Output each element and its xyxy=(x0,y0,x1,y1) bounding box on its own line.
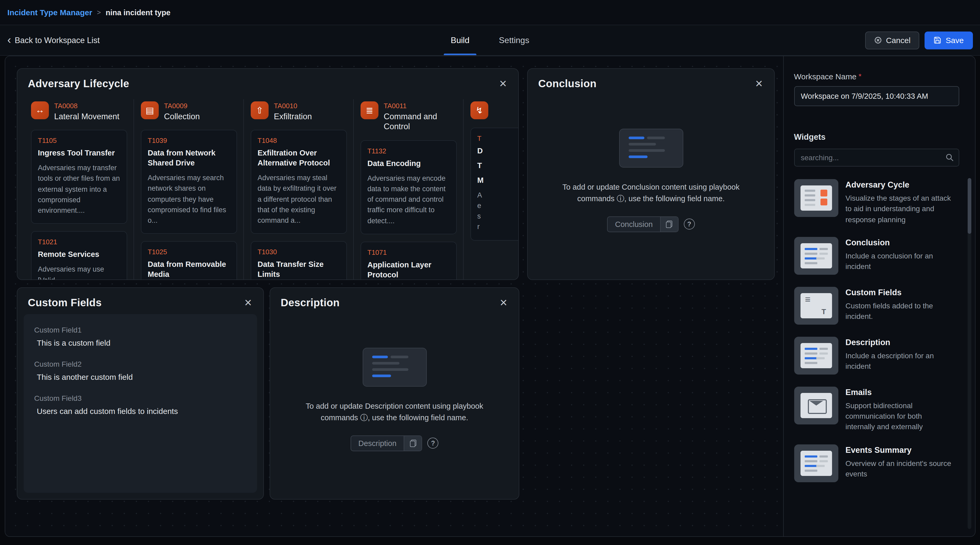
technique-desc-fragment: A xyxy=(477,190,518,201)
tab[interactable]: Settings xyxy=(496,25,532,55)
technique-title: Data Encoding xyxy=(368,159,450,168)
widget-list-item[interactable]: Adversary Cycle Visualize the stages of … xyxy=(794,179,959,225)
technique-card[interactable]: T1030 Data Transfer Size Limits xyxy=(251,242,347,280)
panel-title: Adversary Lifecycle xyxy=(28,78,129,89)
copy-icon[interactable] xyxy=(404,436,422,451)
technique-desc-fragment: e xyxy=(477,201,518,211)
save-disk-icon xyxy=(934,36,942,44)
app-window: Incident Type Manager > nina incident ty… xyxy=(0,0,980,545)
widget-list-item[interactable]: Events Summary Overview of an incident's… xyxy=(794,444,959,482)
tab[interactable]: Build xyxy=(448,25,472,55)
technique-title-fragment: D xyxy=(477,146,518,156)
close-icon[interactable]: × xyxy=(498,77,508,90)
technique-card[interactable]: T1021 Remote Services Adversaries may us… xyxy=(31,231,127,280)
technique-card[interactable]: T1132 Data Encoding Adversaries may enco… xyxy=(361,140,457,234)
widget-list: Adversary Cycle Visualize the stages of … xyxy=(794,179,959,482)
widget-description: Include a conclusion for an incident xyxy=(845,251,951,272)
close-icon[interactable]: × xyxy=(754,77,764,90)
save-button[interactable]: Save xyxy=(925,31,973,49)
widget-title: Conclusion xyxy=(845,238,951,248)
technique-card[interactable]: T DTM Aesr xyxy=(471,128,518,240)
cancel-circle-x-icon xyxy=(874,36,882,44)
placeholder-body: To add or update Description content usi… xyxy=(270,313,519,499)
technique-card[interactable]: T1039 Data from Network Shared Drive Adv… xyxy=(141,130,237,234)
panel-title: Description xyxy=(281,297,340,308)
tactic-name: Lateral Movement xyxy=(54,111,119,122)
workspace: Adversary Lifecycle × TA0008 Lateral Mov… xyxy=(5,56,975,537)
technique-desc-fragment: s xyxy=(477,211,518,222)
tactic-column: TA0011 Command and Control T1132 Data En… xyxy=(361,99,464,280)
custom-field: Custom Field1 This is a custom field xyxy=(34,326,247,347)
custom-field: Custom Field2 This is another custom fie… xyxy=(34,360,247,381)
custom-field-value: Users can add custom fields to incidents xyxy=(34,407,247,416)
widget-list-item[interactable]: Emails Support bidirectional communicati… xyxy=(794,387,959,432)
custom-fields-panel: Custom Fields × Custom Field1 This is a … xyxy=(17,288,264,500)
tabs: Build Settings xyxy=(448,25,532,55)
sidebar: Workspace Name * Widgets Adversary Cycle xyxy=(783,56,975,536)
widget-title: Custom Fields xyxy=(845,288,951,297)
back-link-label: Back to Workspace List xyxy=(15,35,100,45)
technique-title: Data Transfer Size Limits xyxy=(258,260,340,280)
back-link[interactable]: ‹ Back to Workspace List xyxy=(7,35,100,45)
technique-title: Exfiltration Over Alternative Protocol xyxy=(258,148,340,168)
widget-description: Custom fields added to the incident. xyxy=(845,300,951,322)
breadcrumb-root-link[interactable]: Incident Type Manager xyxy=(7,8,92,17)
technique-id: T1071 xyxy=(368,248,450,256)
placeholder-body: To add or update Conclusion content usin… xyxy=(528,94,774,280)
tactic-header: TA0011 Command and Control xyxy=(361,102,457,132)
technique-title: Data from Removable Media xyxy=(148,260,230,280)
field-name-label: Description xyxy=(351,436,404,451)
widget-search-input[interactable] xyxy=(794,149,959,167)
instruction-text: To add or update Description content usi… xyxy=(290,400,498,424)
help-icon[interactable]: ? xyxy=(428,438,439,449)
technique-description: Adversaries may search network shares on… xyxy=(148,173,230,226)
tactic-header: TA0009 Collection xyxy=(141,102,237,122)
help-icon[interactable]: ? xyxy=(684,219,695,230)
widget-list-item[interactable]: Description Include a description for an… xyxy=(794,337,959,375)
close-icon[interactable]: × xyxy=(499,296,508,309)
tactic-id: TA0008 xyxy=(54,102,119,110)
cancel-button[interactable]: Cancel xyxy=(865,31,919,49)
widget-list-item[interactable]: Conclusion Include a conclusion for an i… xyxy=(794,237,959,275)
technique-title: Ingress Tool Transfer xyxy=(38,148,120,158)
workspace-name-input[interactable] xyxy=(794,86,959,106)
technique-card[interactable]: T1071 Application Layer Protocol xyxy=(361,242,457,280)
widget-title: Events Summary xyxy=(845,445,951,455)
custom-field-label: Custom Field3 xyxy=(34,394,247,402)
adversary-lifecycle-panel: Adversary Lifecycle × TA0008 Lateral Mov… xyxy=(17,68,519,280)
widget-title: Emails xyxy=(845,388,951,397)
tactic-icon xyxy=(361,102,379,119)
scrollbar[interactable] xyxy=(967,178,971,529)
field-name-chip: Description xyxy=(350,435,422,451)
technique-card[interactable]: T1025 Data from Removable Media xyxy=(141,242,237,280)
widget-list-item[interactable]: Custom Fields Custom fields added to the… xyxy=(794,287,959,325)
widget-thumbnail xyxy=(794,237,838,275)
technique-card[interactable]: T1048 Exfiltration Over Alternative Prot… xyxy=(251,130,347,234)
placeholder-illustration xyxy=(619,129,683,168)
widget-title: Adversary Cycle xyxy=(845,180,951,190)
technique-id: T1048 xyxy=(258,137,340,145)
tactic-icon xyxy=(251,102,269,119)
build-canvas: Adversary Lifecycle × TA0008 Lateral Mov… xyxy=(5,56,783,536)
tactic-icon xyxy=(31,102,49,119)
copy-icon[interactable] xyxy=(660,217,678,232)
technique-title: Remote Services xyxy=(38,250,120,260)
tactic-column: TA0009 Collection T1039 Data from Networ… xyxy=(141,99,244,280)
tactic-icon xyxy=(471,102,488,119)
panel-title: Custom Fields xyxy=(28,297,102,308)
panel-header: Description × xyxy=(270,288,519,313)
widget-search xyxy=(794,149,959,167)
widget-thumbnail xyxy=(794,337,838,375)
tactic-id: TA0010 xyxy=(274,102,312,110)
widget-thumbnail xyxy=(794,179,838,217)
technique-description: Adversaries may steal data by exfiltrati… xyxy=(258,173,340,226)
scrollbar-thumb[interactable] xyxy=(967,178,971,234)
technique-card[interactable]: T1105 Ingress Tool Transfer Adversaries … xyxy=(31,130,127,224)
toolbar-actions: Cancel Save xyxy=(865,31,973,49)
instruction-text: To add or update Conclusion content usin… xyxy=(547,181,755,205)
close-icon[interactable]: × xyxy=(243,296,253,309)
custom-field-value: This is a custom field xyxy=(34,338,247,347)
custom-field-value: This is another custom field xyxy=(34,372,247,381)
breadcrumb-separator: > xyxy=(97,8,101,16)
tactic-header: TA0008 Lateral Movement xyxy=(31,102,127,122)
